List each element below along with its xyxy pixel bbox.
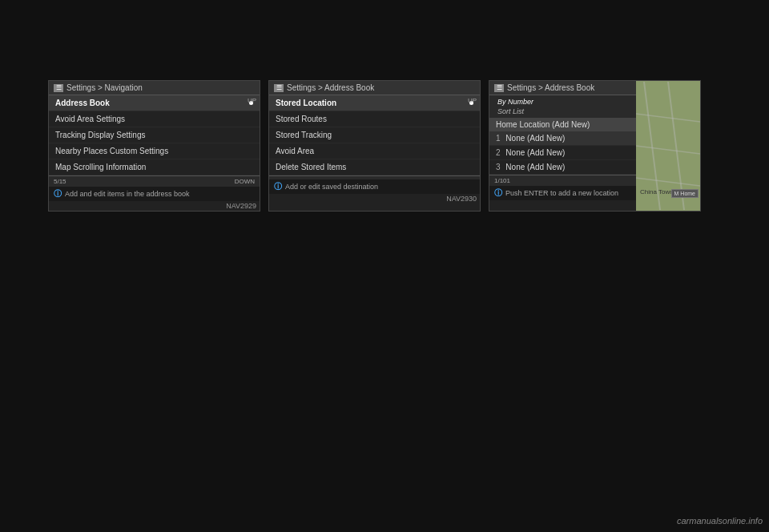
menu-item-nearby-places[interactable]: Nearby Places Custom Settings (49, 143, 260, 159)
up-label-1: UP (248, 97, 256, 104)
menu-item-address-book[interactable]: Address Book (49, 95, 260, 111)
nav-screen-1: ☰ Settings > Navigation UP Address Book … (48, 80, 260, 212)
up-label-2: UP (468, 97, 477, 104)
sort-options: By Number Sort List (489, 95, 636, 118)
nav-icon-2: ☰ (274, 84, 284, 92)
breadcrumb-1: Settings > Navigation (66, 83, 143, 92)
screen-1-footer: 5/15 DOWN (49, 175, 260, 187)
menu-item-stored-location[interactable]: Stored Location (269, 95, 480, 111)
menu-item-label: Avoid Area (276, 147, 314, 155)
info-bar-1: ⓘ Add and edit items in the address book (49, 187, 260, 201)
home-location-bar[interactable]: Home Location (Add New) (489, 118, 636, 131)
nav-code-2: NAV2930 (269, 194, 480, 204)
menu-list-1: Address Book Avoid Area Settings Trackin… (49, 95, 260, 175)
menu-item-tracking-display[interactable]: Tracking Display Settings (49, 127, 260, 143)
breadcrumb-3: Settings > Address Book (507, 83, 594, 92)
page-background: ☰ Settings > Navigation UP Address Book … (0, 0, 769, 532)
breadcrumb-2: Settings > Address Book (287, 83, 374, 92)
screens-container: ☰ Settings > Navigation UP Address Book … (48, 80, 721, 212)
item-num-3: 3 (496, 163, 501, 171)
numbered-item-3[interactable]: 3 None (Add New) (489, 160, 636, 175)
page-indicator-3: 1/101 (494, 177, 510, 184)
sort-by-number[interactable]: By Number (496, 97, 630, 107)
svg-text:China Town: China Town (640, 188, 674, 195)
map-area: China Town M Home (636, 81, 700, 211)
item-label-2: None (Add New) (505, 148, 565, 157)
watermark: carmanualsonline.info (677, 516, 763, 526)
menu-item-delete-stored[interactable]: Delete Stored Items (269, 159, 480, 175)
menu-item-label: Stored Tracking (276, 131, 332, 139)
menu-item-label: Nearby Places Custom Settings (55, 147, 168, 155)
menu-item-label: Tracking Display Settings (55, 131, 145, 139)
nav-code-1: NAV2929 (49, 201, 260, 211)
info-text-1: Add and edit items in the address book (65, 190, 190, 198)
menu-item-stored-tracking[interactable]: Stored Tracking (269, 127, 480, 143)
menu-item-label: Avoid Area Settings (55, 115, 125, 123)
item-num-1: 1 (496, 134, 501, 143)
map-home-button[interactable]: M Home (671, 189, 699, 198)
menu-item-label: Delete Stored Items (276, 163, 346, 171)
menu-list-2: Stored Location Stored Routes Stored Tra… (269, 95, 480, 175)
menu-item-map-scrolling[interactable]: Map Scrolling Information (49, 159, 260, 175)
nav-icon-3: ☰ (494, 84, 504, 92)
nav-icon-1: ☰ (54, 84, 63, 92)
sort-list[interactable]: Sort List (496, 107, 630, 116)
nav-screen-2: ☰ Settings > Address Book UP Stored Loca… (268, 80, 481, 212)
map-home-label: M Home (674, 191, 695, 196)
menu-item-label: Address Book (55, 99, 110, 107)
info-icon-3: ⓘ (494, 187, 502, 199)
menu-item-label: Stored Routes (276, 115, 327, 123)
down-label-1: DOWN (235, 178, 255, 185)
menu-item-avoid-area[interactable]: Avoid Area Settings (49, 111, 260, 127)
item-label-3: None (Add New) (505, 163, 565, 171)
menu-item-label: Stored Location (276, 99, 336, 107)
info-bar-2: ⓘ Add or edit saved destination (269, 179, 480, 194)
info-text-2: Add or edit saved destination (285, 183, 378, 191)
info-icon-1: ⓘ (54, 188, 62, 200)
page-indicator-1: 5/15 (54, 178, 66, 185)
info-text-3: Push ENTER to add a new location (505, 189, 618, 197)
item-num-2: 2 (496, 148, 501, 157)
numbered-item-1[interactable]: 1 None (Add New) (489, 131, 636, 146)
menu-item-label: Map Scrolling Information (55, 163, 146, 171)
screen-1-header: ☰ Settings > Navigation (49, 81, 260, 95)
nav-screen-3: ☰ Settings > Address Book China Town M H… (489, 80, 701, 212)
menu-item-avoid-area-2[interactable]: Avoid Area (269, 143, 480, 159)
menu-item-stored-routes[interactable]: Stored Routes (269, 111, 480, 127)
item-label-1: None (Add New) (505, 134, 565, 143)
screen-2-header: ☰ Settings > Address Book (269, 81, 480, 95)
numbered-item-2[interactable]: 2 None (Add New) (489, 146, 636, 160)
info-icon-2: ⓘ (274, 181, 282, 192)
